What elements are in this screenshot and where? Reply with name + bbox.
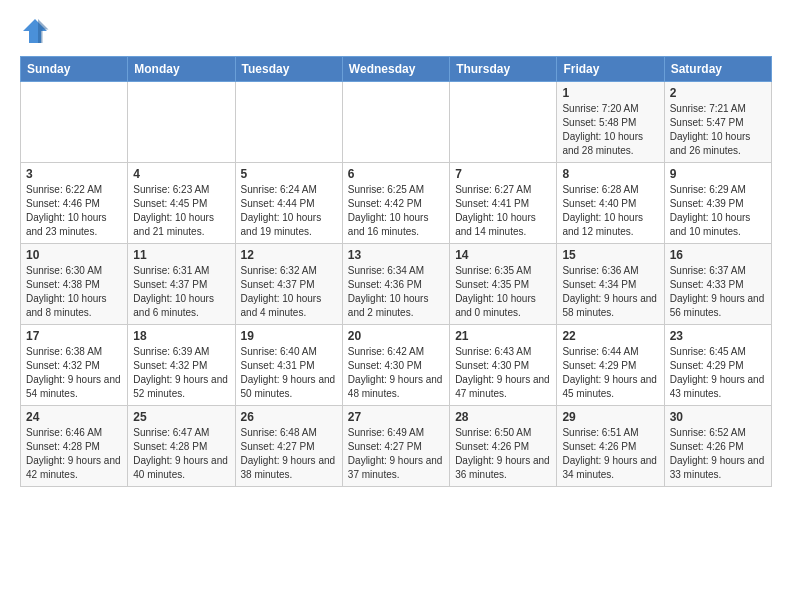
day-number: 3	[26, 167, 122, 181]
day-info: Sunrise: 6:31 AM Sunset: 4:37 PM Dayligh…	[133, 264, 229, 320]
day-number: 17	[26, 329, 122, 343]
day-cell: 5Sunrise: 6:24 AM Sunset: 4:44 PM Daylig…	[235, 163, 342, 244]
day-cell	[21, 82, 128, 163]
day-info: Sunrise: 6:23 AM Sunset: 4:45 PM Dayligh…	[133, 183, 229, 239]
day-info: Sunrise: 6:22 AM Sunset: 4:46 PM Dayligh…	[26, 183, 122, 239]
day-info: Sunrise: 6:35 AM Sunset: 4:35 PM Dayligh…	[455, 264, 551, 320]
day-number: 4	[133, 167, 229, 181]
week-row-1: 1Sunrise: 7:20 AM Sunset: 5:48 PM Daylig…	[21, 82, 772, 163]
day-number: 15	[562, 248, 658, 262]
calendar-table: SundayMondayTuesdayWednesdayThursdayFrid…	[20, 56, 772, 487]
day-number: 8	[562, 167, 658, 181]
day-cell: 8Sunrise: 6:28 AM Sunset: 4:40 PM Daylig…	[557, 163, 664, 244]
day-cell: 15Sunrise: 6:36 AM Sunset: 4:34 PM Dayli…	[557, 244, 664, 325]
day-cell: 29Sunrise: 6:51 AM Sunset: 4:26 PM Dayli…	[557, 406, 664, 487]
day-info: Sunrise: 7:21 AM Sunset: 5:47 PM Dayligh…	[670, 102, 766, 158]
day-info: Sunrise: 7:20 AM Sunset: 5:48 PM Dayligh…	[562, 102, 658, 158]
header	[20, 16, 772, 46]
day-cell: 2Sunrise: 7:21 AM Sunset: 5:47 PM Daylig…	[664, 82, 771, 163]
day-number: 23	[670, 329, 766, 343]
day-cell: 6Sunrise: 6:25 AM Sunset: 4:42 PM Daylig…	[342, 163, 449, 244]
day-cell	[128, 82, 235, 163]
day-cell: 14Sunrise: 6:35 AM Sunset: 4:35 PM Dayli…	[450, 244, 557, 325]
day-number: 26	[241, 410, 337, 424]
day-cell: 24Sunrise: 6:46 AM Sunset: 4:28 PM Dayli…	[21, 406, 128, 487]
day-number: 25	[133, 410, 229, 424]
day-number: 30	[670, 410, 766, 424]
day-cell: 26Sunrise: 6:48 AM Sunset: 4:27 PM Dayli…	[235, 406, 342, 487]
day-info: Sunrise: 6:37 AM Sunset: 4:33 PM Dayligh…	[670, 264, 766, 320]
day-cell: 1Sunrise: 7:20 AM Sunset: 5:48 PM Daylig…	[557, 82, 664, 163]
day-number: 11	[133, 248, 229, 262]
day-cell: 10Sunrise: 6:30 AM Sunset: 4:38 PM Dayli…	[21, 244, 128, 325]
day-info: Sunrise: 6:38 AM Sunset: 4:32 PM Dayligh…	[26, 345, 122, 401]
day-header-tuesday: Tuesday	[235, 57, 342, 82]
day-cell: 28Sunrise: 6:50 AM Sunset: 4:26 PM Dayli…	[450, 406, 557, 487]
day-info: Sunrise: 6:51 AM Sunset: 4:26 PM Dayligh…	[562, 426, 658, 482]
week-row-3: 10Sunrise: 6:30 AM Sunset: 4:38 PM Dayli…	[21, 244, 772, 325]
day-info: Sunrise: 6:45 AM Sunset: 4:29 PM Dayligh…	[670, 345, 766, 401]
day-header-sunday: Sunday	[21, 57, 128, 82]
day-number: 12	[241, 248, 337, 262]
day-info: Sunrise: 6:29 AM Sunset: 4:39 PM Dayligh…	[670, 183, 766, 239]
day-cell: 13Sunrise: 6:34 AM Sunset: 4:36 PM Dayli…	[342, 244, 449, 325]
day-number: 1	[562, 86, 658, 100]
day-number: 7	[455, 167, 551, 181]
day-info: Sunrise: 6:50 AM Sunset: 4:26 PM Dayligh…	[455, 426, 551, 482]
day-number: 16	[670, 248, 766, 262]
day-cell: 25Sunrise: 6:47 AM Sunset: 4:28 PM Dayli…	[128, 406, 235, 487]
day-cell: 7Sunrise: 6:27 AM Sunset: 4:41 PM Daylig…	[450, 163, 557, 244]
day-info: Sunrise: 6:43 AM Sunset: 4:30 PM Dayligh…	[455, 345, 551, 401]
day-cell: 11Sunrise: 6:31 AM Sunset: 4:37 PM Dayli…	[128, 244, 235, 325]
day-number: 27	[348, 410, 444, 424]
day-number: 6	[348, 167, 444, 181]
day-info: Sunrise: 6:49 AM Sunset: 4:27 PM Dayligh…	[348, 426, 444, 482]
day-number: 22	[562, 329, 658, 343]
week-row-2: 3Sunrise: 6:22 AM Sunset: 4:46 PM Daylig…	[21, 163, 772, 244]
day-cell	[235, 82, 342, 163]
day-number: 29	[562, 410, 658, 424]
day-cell: 4Sunrise: 6:23 AM Sunset: 4:45 PM Daylig…	[128, 163, 235, 244]
day-info: Sunrise: 6:46 AM Sunset: 4:28 PM Dayligh…	[26, 426, 122, 482]
day-header-saturday: Saturday	[664, 57, 771, 82]
day-header-wednesday: Wednesday	[342, 57, 449, 82]
day-number: 18	[133, 329, 229, 343]
day-number: 28	[455, 410, 551, 424]
day-number: 24	[26, 410, 122, 424]
week-row-5: 24Sunrise: 6:46 AM Sunset: 4:28 PM Dayli…	[21, 406, 772, 487]
day-info: Sunrise: 6:42 AM Sunset: 4:30 PM Dayligh…	[348, 345, 444, 401]
day-info: Sunrise: 6:32 AM Sunset: 4:37 PM Dayligh…	[241, 264, 337, 320]
day-info: Sunrise: 6:52 AM Sunset: 4:26 PM Dayligh…	[670, 426, 766, 482]
day-header-monday: Monday	[128, 57, 235, 82]
day-cell: 19Sunrise: 6:40 AM Sunset: 4:31 PM Dayli…	[235, 325, 342, 406]
day-cell: 9Sunrise: 6:29 AM Sunset: 4:39 PM Daylig…	[664, 163, 771, 244]
day-number: 14	[455, 248, 551, 262]
day-number: 2	[670, 86, 766, 100]
day-info: Sunrise: 6:39 AM Sunset: 4:32 PM Dayligh…	[133, 345, 229, 401]
day-info: Sunrise: 6:25 AM Sunset: 4:42 PM Dayligh…	[348, 183, 444, 239]
day-cell: 16Sunrise: 6:37 AM Sunset: 4:33 PM Dayli…	[664, 244, 771, 325]
logo	[20, 16, 54, 46]
day-cell	[342, 82, 449, 163]
day-info: Sunrise: 6:40 AM Sunset: 4:31 PM Dayligh…	[241, 345, 337, 401]
day-info: Sunrise: 6:24 AM Sunset: 4:44 PM Dayligh…	[241, 183, 337, 239]
day-number: 10	[26, 248, 122, 262]
day-info: Sunrise: 6:30 AM Sunset: 4:38 PM Dayligh…	[26, 264, 122, 320]
day-cell: 30Sunrise: 6:52 AM Sunset: 4:26 PM Dayli…	[664, 406, 771, 487]
day-info: Sunrise: 6:27 AM Sunset: 4:41 PM Dayligh…	[455, 183, 551, 239]
day-cell: 3Sunrise: 6:22 AM Sunset: 4:46 PM Daylig…	[21, 163, 128, 244]
svg-marker-0	[23, 19, 47, 43]
header-row: SundayMondayTuesdayWednesdayThursdayFrid…	[21, 57, 772, 82]
day-info: Sunrise: 6:47 AM Sunset: 4:28 PM Dayligh…	[133, 426, 229, 482]
day-info: Sunrise: 6:36 AM Sunset: 4:34 PM Dayligh…	[562, 264, 658, 320]
day-cell: 22Sunrise: 6:44 AM Sunset: 4:29 PM Dayli…	[557, 325, 664, 406]
day-cell: 12Sunrise: 6:32 AM Sunset: 4:37 PM Dayli…	[235, 244, 342, 325]
day-number: 5	[241, 167, 337, 181]
day-number: 21	[455, 329, 551, 343]
week-row-4: 17Sunrise: 6:38 AM Sunset: 4:32 PM Dayli…	[21, 325, 772, 406]
day-cell	[450, 82, 557, 163]
logo-icon	[20, 16, 50, 46]
day-number: 13	[348, 248, 444, 262]
day-number: 20	[348, 329, 444, 343]
day-info: Sunrise: 6:44 AM Sunset: 4:29 PM Dayligh…	[562, 345, 658, 401]
